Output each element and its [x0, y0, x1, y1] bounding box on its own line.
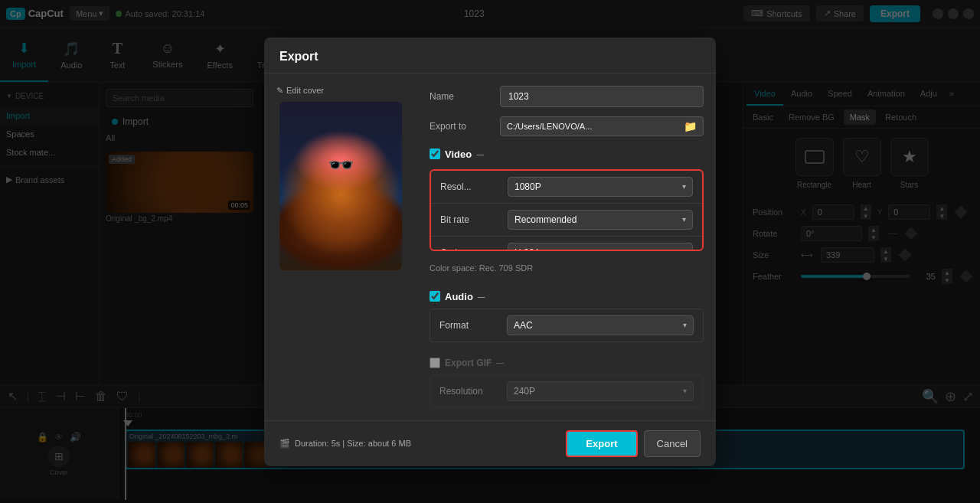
- codec-caret: ▾: [682, 248, 686, 251]
- video-checkbox[interactable]: [430, 149, 440, 159]
- gif-section-header: Export GIF —: [430, 358, 704, 368]
- gif-resolution-label: Resolution: [439, 386, 501, 397]
- audio-format-row: Format AAC ▾: [430, 309, 704, 342]
- modal-preview: ✎ Edit cover 🕶️: [264, 73, 417, 420]
- gif-settings: Resolution 240P ▾: [430, 374, 704, 408]
- audio-section-header: Audio —: [430, 291, 704, 302]
- edit-icon: ✎: [276, 86, 283, 96]
- audio-format-select[interactable]: AAC ▾: [507, 315, 694, 335]
- gif-checkbox[interactable]: [430, 358, 440, 368]
- bitrate-label: Bit rate: [440, 214, 501, 225]
- folder-icon[interactable]: 📁: [684, 120, 697, 132]
- modal-footer: 🎬 Duration: 5s | Size: about 6 MB Export…: [264, 420, 716, 466]
- modal-overlay: Export ✎ Edit cover 🕶️ Name: [0, 0, 980, 503]
- bitrate-select[interactable]: Recommended ▾: [508, 210, 693, 230]
- resolution-select[interactable]: 1080P ▾: [508, 177, 693, 197]
- modal-title: Export: [264, 38, 716, 73]
- film-icon: 🎬: [279, 439, 290, 449]
- duration-text: Duration: 5s | Size: about 6 MB: [295, 439, 411, 448]
- video-settings-box: Resol... 1080P ▾ Bit rate Recommended ▾: [430, 169, 704, 251]
- gif-resolution-select[interactable]: 240P ▾: [507, 381, 694, 401]
- gif-resolution-row: Resolution 240P ▾: [430, 374, 704, 408]
- dog-image: 🕶️: [279, 102, 402, 270]
- name-label: Name: [430, 91, 491, 102]
- export-path-input[interactable]: 📁: [500, 116, 704, 136]
- name-input[interactable]: [500, 86, 704, 107]
- codec-select[interactable]: H.264 ▾: [508, 243, 693, 251]
- audio-checkbox[interactable]: [430, 291, 440, 302]
- gif-section: Export GIF — Resolution 240P ▾: [430, 354, 704, 408]
- export-path-field[interactable]: [507, 117, 684, 136]
- cancel-button[interactable]: Cancel: [644, 430, 701, 457]
- export-to-label: Export to: [430, 121, 491, 132]
- audio-settings: Format AAC ▾: [430, 309, 704, 342]
- modal-body: ✎ Edit cover 🕶️ Name Export to: [264, 73, 716, 420]
- codec-row: Codec H.264 ▾: [431, 237, 702, 251]
- edit-cover-button[interactable]: ✎ Edit cover: [276, 86, 324, 96]
- modal-form: Name Export to 📁 Video —: [417, 73, 716, 420]
- video-section-header: Video —: [430, 149, 704, 160]
- gif-section-title: Export GIF: [445, 358, 492, 368]
- audio-format-label: Format: [439, 320, 501, 331]
- video-section-title: Video: [445, 149, 472, 160]
- export-modal-button[interactable]: Export: [566, 430, 637, 457]
- dog-glasses-emoji: 🕶️: [328, 152, 354, 178]
- preview-image: 🕶️: [279, 102, 402, 270]
- gif-resolution-caret: ▾: [683, 387, 687, 395]
- audio-format-caret: ▾: [683, 321, 687, 329]
- bitrate-row: Bit rate Recommended ▾: [431, 204, 702, 237]
- resolution-label: Resol...: [440, 181, 501, 192]
- name-row: Name: [430, 86, 704, 107]
- resolution-caret: ▾: [682, 182, 686, 191]
- duration-info: 🎬 Duration: 5s | Size: about 6 MB: [279, 439, 411, 449]
- export-to-row: Export to 📁: [430, 116, 704, 136]
- audio-caret-icon: —: [478, 292, 485, 301]
- color-space-note: Color space: Rec. 709 SDR: [430, 260, 704, 276]
- footer-buttons: Export Cancel: [566, 430, 701, 457]
- audio-section-title: Audio: [445, 291, 473, 302]
- export-modal: Export ✎ Edit cover 🕶️ Name: [264, 38, 716, 466]
- bitrate-caret: ▾: [682, 215, 686, 224]
- codec-label: Codec: [440, 247, 501, 251]
- resolution-row: Resol... 1080P ▾: [431, 171, 702, 204]
- audio-section: Audio — Format AAC ▾: [430, 288, 704, 342]
- gif-caret-icon: —: [496, 358, 504, 367]
- video-caret-icon: —: [476, 150, 484, 158]
